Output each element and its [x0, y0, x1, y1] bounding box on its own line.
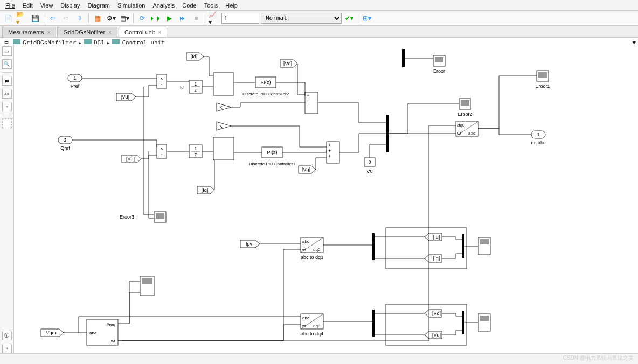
tab-mesuraments[interactable]: Mesuraments×: [2, 27, 56, 37]
close-icon[interactable]: ×: [47, 30, 51, 36]
save-button[interactable]: 💾: [29, 12, 41, 24]
inport-qref[interactable]: 2 Qref: [58, 136, 72, 151]
from-vd-2[interactable]: [Vd]: [122, 155, 141, 163]
menu-tools[interactable]: Tools: [201, 1, 221, 10]
svg-text:abc: abc: [468, 131, 475, 136]
scope-eroor[interactable]: Eroor: [433, 55, 445, 74]
svg-text:abc: abc: [89, 331, 96, 335]
pll-block[interactable]: Freq abc wt: [87, 319, 118, 345]
gain-k2[interactable]: -K-: [216, 122, 231, 130]
step-fwd-button[interactable]: ⏭: [177, 12, 189, 24]
mux-top[interactable]: [402, 49, 405, 67]
outport-mabc[interactable]: 1 m_abc: [531, 131, 546, 145]
scope-eroor2[interactable]: Eroor2: [457, 99, 472, 117]
config-button[interactable]: ⚙▾: [105, 12, 117, 24]
new-button[interactable]: 📄: [2, 12, 14, 24]
explorer-button[interactable]: ▤▾: [119, 12, 130, 24]
zoom-in-button[interactable]: 🔍: [2, 59, 12, 69]
svg-rect-59: [435, 57, 443, 62]
update-button[interactable]: ⟳: [136, 12, 148, 24]
integrator-1[interactable]: 1z Id: [180, 80, 202, 93]
subsystem-vdvq[interactable]: [386, 304, 467, 345]
from-iq[interactable]: [Iq]: [197, 186, 214, 194]
collapse-button[interactable]: »: [2, 344, 12, 353]
tab-control-unit[interactable]: Control unit×: [119, 27, 167, 37]
image-button[interactable]: ▫: [2, 102, 12, 111]
scope-eroor1[interactable]: Eroor1: [535, 71, 550, 89]
sum-3[interactable]: ++-: [305, 92, 318, 114]
open-button[interactable]: 📂▾: [16, 12, 27, 24]
goto-vd[interactable]: [Vd]: [425, 310, 442, 317]
constant-v0[interactable]: 0V0: [364, 158, 375, 174]
abc-to-dq3[interactable]: abc dq0 wt abc to dq3: [301, 237, 323, 260]
pan-button[interactable]: ⇄: [2, 76, 12, 86]
from-ipv[interactable]: Ipv: [240, 240, 260, 248]
abc-to-dq4[interactable]: abc dq0 wt abc to dq4: [301, 314, 323, 337]
library-button[interactable]: ▦: [92, 12, 103, 24]
svg-text:-K-: -K-: [218, 124, 224, 129]
mux-idiq[interactable]: [462, 234, 464, 258]
pi-controller-1[interactable]: PI(z)Discrete PID Controller1: [249, 147, 296, 166]
svg-text:wt: wt: [302, 324, 306, 328]
product-2[interactable]: × ÷: [157, 144, 167, 158]
scope-vdvq[interactable]: [478, 314, 490, 331]
scope-freq[interactable]: [140, 276, 154, 296]
sim-mode-select[interactable]: Normal: [261, 13, 342, 24]
sum-block-1[interactable]: [213, 73, 234, 95]
close-icon[interactable]: ×: [158, 30, 161, 36]
goto-vq[interactable]: [Vq]: [425, 331, 442, 339]
fast-restart-button[interactable]: ⏵⏵: [150, 12, 162, 24]
forward-button[interactable]: ⇨: [60, 12, 72, 24]
menu-code[interactable]: Code: [179, 1, 199, 10]
tab-griddgs[interactable]: GridDGsNofilter×: [57, 27, 117, 37]
product-1[interactable]: × ÷: [157, 74, 167, 88]
up-button[interactable]: ⇧: [74, 12, 86, 24]
demux-3[interactable]: [372, 233, 375, 260]
gain-k1[interactable]: -K-: [216, 103, 231, 111]
zoom-fit-button[interactable]: ▭: [2, 46, 12, 56]
from-vq[interactable]: [Vq]: [299, 166, 316, 173]
dq-to-abc[interactable]: dq0 abc wt: [456, 121, 478, 136]
from-vd-1[interactable]: [Vd]: [116, 93, 136, 101]
mux-1[interactable]: [386, 115, 389, 152]
info-button[interactable]: ⓘ: [2, 331, 12, 340]
plot-button[interactable]: 📈▾: [208, 12, 220, 24]
check-button[interactable]: ✔▾: [343, 12, 355, 24]
sum-block-2[interactable]: [213, 137, 234, 160]
mux-vdvq[interactable]: [462, 311, 464, 334]
inport-pref[interactable]: 1 Pref: [68, 74, 82, 89]
demux-4[interactable]: [372, 310, 375, 337]
from-id[interactable]: [Id]: [186, 53, 204, 60]
run-button[interactable]: ▶: [163, 12, 175, 24]
menu-analysis[interactable]: Analysis: [149, 1, 178, 10]
back-button[interactable]: ⇦: [47, 12, 59, 24]
pi-controller-2[interactable]: PI(z)Discrete PID Controller2: [242, 77, 289, 96]
model-canvas[interactable]: 1 Pref 2 Qref [Vd] [Vd] × ÷ × ÷ 1z Id 1z…: [14, 44, 638, 353]
subsystem-idiq[interactable]: [386, 228, 467, 269]
svg-text:[Id]: [Id]: [433, 234, 440, 240]
goto-id[interactable]: [Id]: [425, 233, 442, 241]
annotate-button[interactable]: A≡: [2, 89, 12, 99]
menu-view[interactable]: View: [37, 1, 57, 10]
scope-idiq[interactable]: [478, 237, 490, 255]
build-button[interactable]: ⊞▾: [361, 12, 373, 24]
close-icon[interactable]: ×: [108, 30, 112, 36]
sum-4[interactable]: +++: [327, 142, 339, 163]
menu-edit[interactable]: Edit: [19, 1, 36, 10]
menu-diagram[interactable]: Diagram: [84, 1, 113, 10]
integrator-2[interactable]: 1z: [189, 145, 202, 158]
menu-display[interactable]: Display: [57, 1, 83, 10]
stop-button[interactable]: ■: [190, 12, 202, 24]
menu-simulation[interactable]: Simulation: [114, 1, 148, 10]
area-button[interactable]: [2, 118, 12, 128]
scope-eroor3[interactable]: Eroor3: [120, 212, 166, 222]
menu-file[interactable]: File: [2, 1, 18, 10]
menu-help[interactable]: Help: [222, 1, 241, 10]
svg-text:[Vd]: [Vd]: [283, 61, 292, 66]
stop-time-input[interactable]: [221, 13, 259, 24]
from-vd-3[interactable]: [Vd]: [280, 60, 297, 67]
svg-text:abc: abc: [302, 316, 309, 320]
svg-text:+: +: [328, 153, 331, 159]
from-vgrid[interactable]: Vgrid: [41, 329, 64, 337]
goto-iq[interactable]: [Iq]: [425, 255, 442, 262]
